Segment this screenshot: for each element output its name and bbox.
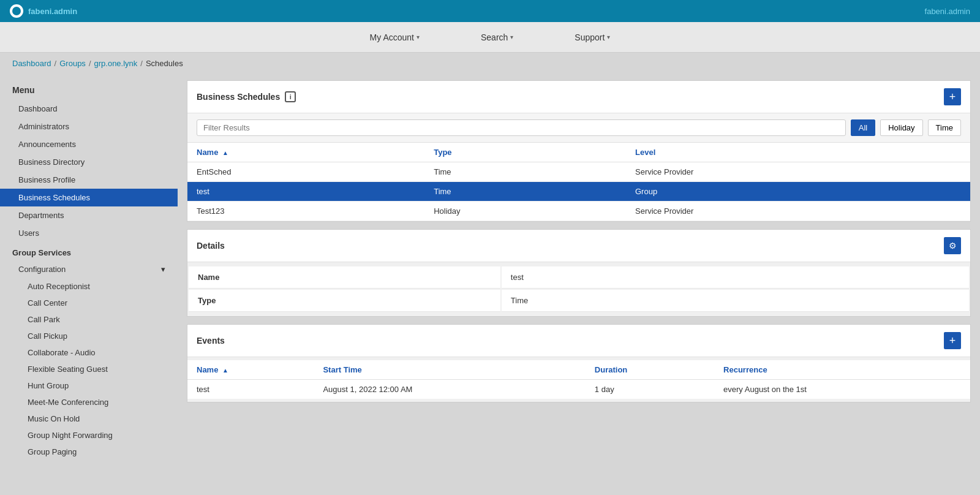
sidebar-item-administrators[interactable]: Administrators xyxy=(0,118,178,135)
details-row: Type Time xyxy=(189,290,969,312)
filter-holiday-button[interactable]: Holiday xyxy=(880,119,922,136)
search-chevron: ▾ xyxy=(510,34,513,40)
col-name[interactable]: Name ▲ xyxy=(187,143,424,162)
breadcrumb-groups[interactable]: Groups xyxy=(59,59,86,68)
schedules-table: Name ▲ Type Level EntSched Time Servi xyxy=(187,143,970,221)
details-panel-header: Details ⚙ xyxy=(187,230,970,262)
details-panel: Details ⚙ Name test Type Time xyxy=(187,229,971,317)
schedules-panel-header: Business Schedules i + xyxy=(187,81,970,113)
group-services-title: Group Services xyxy=(0,242,178,260)
sidebar-item-departments[interactable]: Departments xyxy=(0,206,178,224)
row-level: Group xyxy=(626,182,970,202)
events-table: Name ▲ Start Time Duration Recurrence xyxy=(187,360,970,399)
layout: Menu Dashboard Administrators Announceme… xyxy=(0,74,980,466)
topbar: fabeni.admin fabeni.admin xyxy=(0,0,980,22)
sidebar-item-group-paging[interactable]: Group Paging xyxy=(0,444,178,460)
events-col-name[interactable]: Name ▲ xyxy=(187,360,314,380)
details-table: Name test Type Time xyxy=(187,265,970,313)
table-row[interactable]: EntSched Time Service Provider xyxy=(187,162,970,182)
events-col-recurrence[interactable]: Recurrence xyxy=(714,360,970,380)
sidebar-item-meet-me-conferencing[interactable]: Meet-Me Conferencing xyxy=(0,394,178,410)
details-panel-title: Details xyxy=(197,241,225,251)
breadcrumb-dashboard[interactable]: Dashboard xyxy=(12,59,51,68)
details-settings-button[interactable]: ⚙ xyxy=(944,237,961,254)
details-body: Name test Type Time xyxy=(187,262,970,316)
app-name: fabeni.admin xyxy=(28,7,77,16)
events-panel-header: Events + xyxy=(187,325,970,357)
detail-value: Time xyxy=(502,290,969,312)
main-content: Business Schedules i + All Holiday Time … xyxy=(178,74,980,466)
sidebar-item-call-park[interactable]: Call Park xyxy=(0,311,178,328)
row-level: Service Provider xyxy=(626,202,970,221)
my-account-chevron: ▾ xyxy=(417,34,420,40)
event-recurrence: every August on the 1st xyxy=(714,380,970,399)
filter-row: All Holiday Time xyxy=(187,113,970,143)
sidebar: Menu Dashboard Administrators Announceme… xyxy=(0,74,178,466)
events-col-duration[interactable]: Duration xyxy=(586,360,714,380)
support-label: Support xyxy=(575,32,605,42)
logo: fabeni.admin xyxy=(10,4,77,18)
row-type: Time xyxy=(424,182,626,202)
filter-all-button[interactable]: All xyxy=(851,119,875,136)
schedules-panel: Business Schedules i + All Holiday Time … xyxy=(187,80,971,222)
row-type: Time xyxy=(424,162,626,182)
event-start-time: August 1, 2022 12:00 AM xyxy=(314,380,585,399)
filter-input[interactable] xyxy=(197,119,846,136)
events-col-start-time[interactable]: Start Time xyxy=(314,360,585,380)
event-row[interactable]: test August 1, 2022 12:00 AM 1 day every… xyxy=(187,380,970,399)
filter-time-button[interactable]: Time xyxy=(928,119,961,136)
chevron-down-icon: ▾ xyxy=(161,265,165,274)
breadcrumb: Dashboard / Groups / grp.one.lynk / Sche… xyxy=(0,53,980,74)
sidebar-item-call-center[interactable]: Call Center xyxy=(0,295,178,311)
table-row[interactable]: test Time Group xyxy=(187,182,970,202)
row-name: Test123 xyxy=(187,202,424,221)
sidebar-item-announcements[interactable]: Announcements xyxy=(0,135,178,153)
breadcrumb-group[interactable]: grp.one.lynk xyxy=(94,59,138,68)
detail-label: Name xyxy=(189,266,500,289)
row-type: Holiday xyxy=(424,202,626,221)
event-name: test xyxy=(187,380,314,399)
sidebar-item-dashboard[interactable]: Dashboard xyxy=(0,100,178,118)
add-event-button[interactable]: + xyxy=(944,332,961,349)
sidebar-item-auto-receptionist[interactable]: Auto Receptionist xyxy=(0,278,178,295)
row-name: test xyxy=(187,182,424,202)
col-level[interactable]: Level xyxy=(626,143,970,162)
sidebar-configuration[interactable]: Configuration ▾ xyxy=(0,260,178,278)
detail-label: Type xyxy=(189,290,500,312)
sidebar-item-hunt-group[interactable]: Hunt Group xyxy=(0,377,178,394)
sidebar-item-group-night-forwarding[interactable]: Group Night Forwarding xyxy=(0,427,178,444)
events-panel-title: Events xyxy=(197,336,225,346)
sidebar-item-business-schedules[interactable]: Business Schedules xyxy=(0,189,178,206)
logo-circle xyxy=(10,4,23,18)
search-label: Search xyxy=(481,32,508,42)
sidebar-item-flexible-seating-guest[interactable]: Flexible Seating Guest xyxy=(0,361,178,377)
support-chevron: ▾ xyxy=(607,34,610,40)
nav-support[interactable]: Support ▾ xyxy=(575,32,610,42)
col-type[interactable]: Type xyxy=(424,143,626,162)
sort-arrow-name: ▲ xyxy=(222,149,228,156)
events-sort-arrow: ▲ xyxy=(222,367,228,374)
row-name: EntSched xyxy=(187,162,424,182)
event-duration: 1 day xyxy=(586,380,714,399)
sidebar-item-business-profile[interactable]: Business Profile xyxy=(0,171,178,189)
row-level: Service Provider xyxy=(626,162,970,182)
breadcrumb-current: Schedules xyxy=(146,59,183,68)
my-account-label: My Account xyxy=(370,32,414,42)
add-schedule-button[interactable]: + xyxy=(944,88,961,105)
sidebar-item-business-directory[interactable]: Business Directory xyxy=(0,153,178,171)
events-body: Name ▲ Start Time Duration Recurrence xyxy=(187,357,970,402)
nav-search[interactable]: Search ▾ xyxy=(481,32,513,42)
info-icon[interactable]: i xyxy=(285,91,296,102)
sidebar-menu-title: Menu xyxy=(0,80,178,100)
sidebar-item-call-pickup[interactable]: Call Pickup xyxy=(0,328,178,344)
sidebar-item-music-on-hold[interactable]: Music On Hold xyxy=(0,410,178,427)
events-panel: Events + Name ▲ Start Time xyxy=(187,324,971,402)
schedules-panel-title: Business Schedules i xyxy=(197,91,296,102)
details-row: Name test xyxy=(189,266,969,289)
detail-value: test xyxy=(502,266,969,289)
nav-my-account[interactable]: My Account ▾ xyxy=(370,32,420,42)
table-row[interactable]: Test123 Holiday Service Provider xyxy=(187,202,970,221)
sidebar-item-collaborate-audio[interactable]: Collaborate - Audio xyxy=(0,344,178,361)
navbar: My Account ▾ Search ▾ Support ▾ xyxy=(0,22,980,53)
sidebar-item-users[interactable]: Users xyxy=(0,224,178,242)
